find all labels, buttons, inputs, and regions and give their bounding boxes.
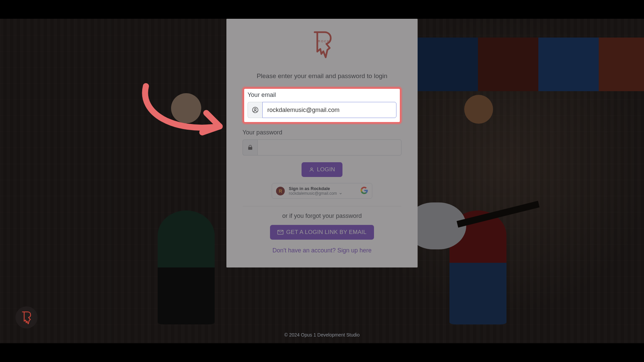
password-label: Your password	[243, 129, 401, 136]
google-texts: Sign in as Rockdale rockdalemusic@gmail.…	[289, 186, 357, 196]
letterbox-top	[0, 0, 644, 19]
footer-copyright: © 2024 Opus 1 Development Studio	[284, 332, 360, 338]
login-button-label: LOGIN	[317, 166, 335, 173]
google-avatar: R	[276, 187, 285, 195]
login-button[interactable]: LOGIN	[302, 162, 342, 177]
svg-point-3	[311, 168, 312, 170]
brand-r-icon	[20, 311, 33, 324]
google-subtitle: rockdalemusic@gmail.com	[289, 191, 337, 196]
mail-icon	[277, 230, 283, 235]
password-field-group: Your password	[243, 129, 401, 156]
brand-badge	[15, 306, 38, 328]
email-input[interactable]	[262, 102, 396, 118]
password-input[interactable]	[257, 139, 401, 156]
email-field-highlight: Your email	[243, 87, 401, 124]
divider	[243, 206, 401, 206]
chevron-down-icon	[339, 192, 342, 195]
letterbox-bottom	[0, 343, 644, 362]
person-icon	[309, 167, 314, 172]
login-card: R O C K Please enter your email and pass…	[226, 19, 418, 267]
brand-r-icon: R O C K	[310, 30, 334, 64]
google-title: Sign in as Rockdale	[289, 186, 357, 191]
brand-logo: R O C K	[243, 29, 401, 72]
svg-point-2	[254, 108, 256, 110]
google-signin-button[interactable]: R Sign in as Rockdale rockdalemusic@gmai…	[272, 183, 372, 199]
email-label: Your email	[248, 92, 396, 99]
magic-link-label: GET A LOGIN LINK BY EMAIL	[286, 229, 366, 236]
lock-icon	[243, 139, 257, 156]
user-circle-icon	[248, 102, 262, 118]
svg-text:R O C K: R O C K	[318, 40, 329, 43]
google-g-icon	[361, 187, 368, 195]
forgot-password-text: or if you forgot your password	[243, 213, 401, 220]
signup-link[interactable]: Don't have an account? Sign up here	[243, 247, 401, 254]
magic-link-button[interactable]: GET A LOGIN LINK BY EMAIL	[270, 225, 374, 240]
login-instruction: Please enter your email and password to …	[243, 72, 401, 80]
